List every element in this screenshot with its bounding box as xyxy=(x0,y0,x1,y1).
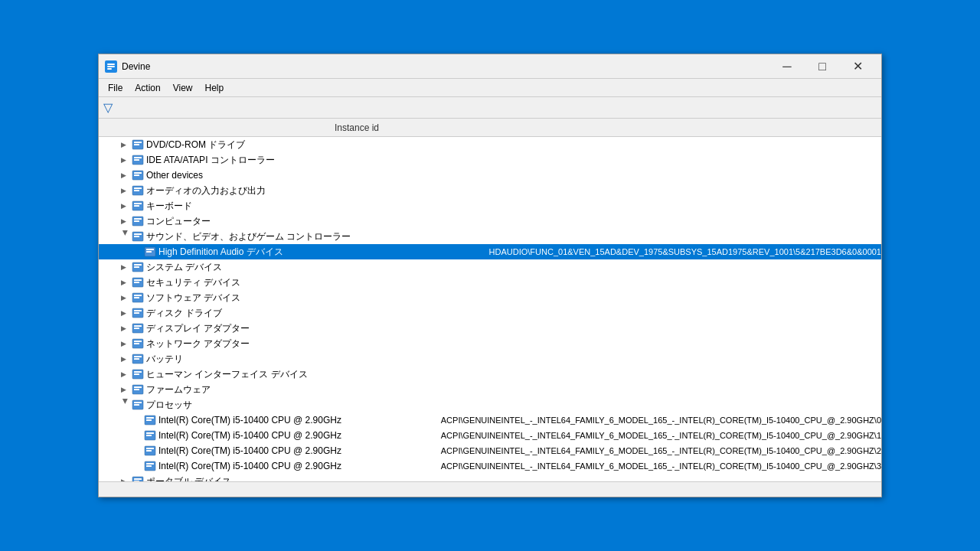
chevron-icon: ▶ xyxy=(117,276,129,289)
chevron-icon: ▶ xyxy=(117,139,129,151)
svg-rect-12 xyxy=(134,174,139,176)
chevron-icon: ▶ xyxy=(117,383,129,396)
tree-item[interactable]: ▶ コンピューター xyxy=(99,214,881,229)
chevron-icon: ▶ xyxy=(117,292,129,304)
device-icon xyxy=(132,276,144,289)
chevron-icon: ▶ xyxy=(117,184,129,197)
menu-file[interactable]: File xyxy=(102,79,129,96)
tree-item[interactable]: ▶ ポータブル デバイス xyxy=(99,474,881,481)
filter-icon[interactable]: ▽ xyxy=(103,100,113,115)
svg-rect-35 xyxy=(134,295,142,296)
device-icon xyxy=(132,399,144,411)
tree-item-label: ディスプレイ アダプター xyxy=(146,322,881,335)
tree-item[interactable]: ▶ ディスク ドライブ xyxy=(99,305,881,321)
close-button[interactable]: ✕ xyxy=(840,54,875,79)
tree-item[interactable]: ▶ Other devices xyxy=(99,168,881,183)
tree-item[interactable]: ▶ オーディオの入力および出力 xyxy=(99,183,881,198)
svg-rect-26 xyxy=(146,249,154,250)
chevron-icon xyxy=(129,414,142,426)
svg-rect-21 xyxy=(134,220,139,222)
tree-item-label: セキュリティ デバイス xyxy=(146,276,881,289)
tree-item[interactable]: Intel(R) Core(TM) i5-10400 CPU @ 2.90GHz… xyxy=(99,443,881,458)
device-icon xyxy=(132,292,144,304)
minimize-button[interactable]: ─ xyxy=(769,54,805,79)
svg-rect-27 xyxy=(146,251,152,253)
tree-item[interactable]: ▶ バッテリ xyxy=(99,351,881,367)
tree-item[interactable]: Intel(R) Core(TM) i5-10400 CPU @ 2.90GHz… xyxy=(99,458,881,474)
menu-action[interactable]: Action xyxy=(129,79,166,96)
tree-item-label: Other devices xyxy=(146,170,881,181)
instance-id-value: ACPI\GENUINEINTEL_-_INTEL64_FAMILY_6_MOD… xyxy=(441,431,881,440)
menu-help[interactable]: Help xyxy=(199,79,230,96)
tree-item-label: コンピューター xyxy=(146,215,881,228)
chevron-icon xyxy=(129,445,142,457)
tree-item[interactable]: ▶ プロセッサ xyxy=(99,397,881,412)
tree-item-label: ファームウェア xyxy=(146,383,881,396)
tree-item-label: ソフトウェア デバイス xyxy=(146,292,881,305)
tree-item[interactable]: Intel(R) Core(TM) i5-10400 CPU @ 2.90GHz… xyxy=(99,412,881,428)
tree-item[interactable]: ▶ DVD/CD-ROM ドライブ xyxy=(99,137,881,152)
device-icon xyxy=(132,368,144,380)
chevron-icon: ▶ xyxy=(117,399,129,411)
svg-rect-18 xyxy=(134,205,139,207)
maximize-button[interactable]: □ xyxy=(805,54,840,79)
tree-item[interactable]: ▶ ネットワーク アダプター xyxy=(99,336,881,351)
tree-item[interactable]: ▶ IDE ATA/ATAPI コントローラー xyxy=(99,152,881,168)
tree-item[interactable]: High Definition Audio デバイスHDAUDIO\FUNC_0… xyxy=(99,244,881,259)
tree-item[interactable]: ▶ セキュリティ デバイス xyxy=(99,275,881,290)
chevron-icon: ▶ xyxy=(117,322,129,334)
svg-rect-60 xyxy=(146,419,152,421)
svg-rect-42 xyxy=(134,328,139,329)
instance-id-value: ACPI\GENUINEINTEL_-_INTEL64_FAMILY_6_MOD… xyxy=(441,446,881,455)
device-icon xyxy=(144,246,156,258)
tree-item-label: Intel(R) Core(TM) i5-10400 CPU @ 2.90GHz xyxy=(158,415,435,425)
chevron-icon: ▶ xyxy=(117,475,129,481)
svg-rect-48 xyxy=(134,358,139,360)
device-icon xyxy=(132,215,144,227)
tree-item-label: サウンド、ビデオ、およびゲーム コントローラー xyxy=(146,230,881,243)
svg-rect-71 xyxy=(134,478,142,480)
tree-item[interactable]: ▶ キーボード xyxy=(99,198,881,214)
tree-item-label: DVD/CD-ROM ドライブ xyxy=(146,139,881,152)
device-icon xyxy=(132,154,144,166)
tree-item-label: キーボード xyxy=(146,200,881,213)
tree-item[interactable]: ▶ ヒューマン インターフェイス デバイス xyxy=(99,367,881,382)
tree-item[interactable]: Intel(R) Core(TM) i5-10400 CPU @ 2.90GHz… xyxy=(99,428,881,443)
tree-area[interactable]: ▶ DVD/CD-ROM ドライブ▶ IDE ATA/ATAPI コントローラー… xyxy=(99,137,881,481)
svg-rect-15 xyxy=(134,190,139,191)
device-icon xyxy=(144,414,156,426)
svg-rect-24 xyxy=(134,236,139,237)
tree-item-label: IDE ATA/ATAPI コントローラー xyxy=(146,154,881,167)
svg-rect-23 xyxy=(134,233,142,235)
svg-rect-6 xyxy=(134,144,139,145)
tree-item[interactable]: ▶ システム デバイス xyxy=(99,259,881,275)
chevron-icon: ▶ xyxy=(117,368,129,380)
svg-rect-47 xyxy=(134,356,142,357)
tree-item-label: バッテリ xyxy=(146,353,881,366)
svg-rect-54 xyxy=(134,389,139,390)
svg-rect-11 xyxy=(134,172,142,174)
tree-item-label: ネットワーク アダプター xyxy=(146,337,881,350)
menu-view[interactable]: View xyxy=(167,79,199,96)
instance-id-value: ACPI\GENUINEINTEL_-_INTEL64_FAMILY_6_MOD… xyxy=(441,416,881,425)
svg-rect-65 xyxy=(146,448,154,449)
tree-item[interactable]: ▶ ソフトウェア デバイス xyxy=(99,290,881,305)
chevron-icon xyxy=(129,246,142,258)
tree-item[interactable]: ▶ サウンド、ビデオ、およびゲーム コントローラー xyxy=(99,229,881,244)
chevron-icon: ▶ xyxy=(117,215,129,227)
tree-item-label: オーディオの入力および出力 xyxy=(146,184,881,197)
svg-rect-53 xyxy=(134,386,142,388)
device-icon xyxy=(132,139,144,151)
svg-rect-41 xyxy=(134,325,142,327)
tree-item[interactable]: ▶ ディスプレイ アダプター xyxy=(99,321,881,336)
main-window: Devine ─ □ ✕ File Action View Help ▽ Ins… xyxy=(98,54,882,497)
svg-rect-9 xyxy=(134,159,139,161)
tree-item[interactable]: ▶ ファームウェア xyxy=(99,382,881,397)
chevron-icon xyxy=(129,429,142,442)
status-bar xyxy=(99,481,881,497)
chevron-icon: ▶ xyxy=(117,307,129,319)
svg-rect-56 xyxy=(134,402,142,403)
svg-rect-3 xyxy=(107,68,112,70)
svg-rect-57 xyxy=(134,404,139,406)
svg-rect-38 xyxy=(134,310,142,311)
